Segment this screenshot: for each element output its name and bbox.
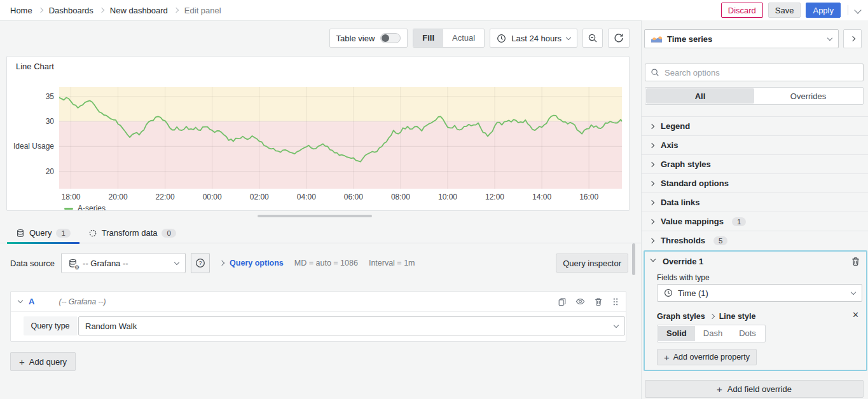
chevron-right-icon	[649, 219, 654, 224]
help-icon: ?	[195, 258, 205, 268]
line-style-solid[interactable]: Solid	[658, 326, 695, 341]
collapse-caret-icon[interactable]	[651, 257, 656, 262]
svg-text:20: 20	[46, 167, 55, 176]
options-tab-overrides[interactable]: Overrides	[754, 88, 862, 104]
chevron-right-icon	[649, 161, 654, 166]
section-label: Axis	[661, 140, 678, 150]
tab-query-label: Query	[29, 228, 52, 238]
delete-query-trash-icon[interactable]	[594, 297, 603, 306]
section-graph-styles[interactable]: Graph styles	[642, 154, 868, 173]
grafana-edit-panel: Home Dashboards New dashboard Edit panel…	[0, 0, 868, 399]
editor-tabs: Query 1 Transform data 0	[0, 223, 641, 243]
line-style-dots[interactable]: Dots	[731, 326, 764, 341]
query-row-header[interactable]: A (-- Grafana --)	[11, 292, 626, 312]
refresh-button[interactable]	[608, 29, 630, 48]
pane-resize-handle[interactable]	[258, 215, 372, 217]
table-view-control: Table view	[329, 29, 408, 48]
add-field-override-label: Add field override	[727, 384, 792, 394]
query-type-select[interactable]: Random Walk	[78, 316, 625, 335]
svg-text:08:00: 08:00	[391, 193, 410, 201]
time-range-picker[interactable]: Last 24 hours	[490, 29, 577, 48]
override-title: Override 1	[663, 257, 703, 266]
transform-icon	[88, 229, 97, 238]
query-editor-card: A (-- Grafana --) Query type Rand	[10, 291, 626, 342]
svg-text:04:00: 04:00	[297, 193, 316, 201]
time-series-chart[interactable]: 3530Ideal Usage2018:0020:0022:0000:0002:…	[7, 81, 624, 208]
section-axis[interactable]: Axis	[642, 135, 868, 154]
add-query-button[interactable]: + Add query	[10, 352, 76, 371]
section-label: Standard options	[661, 179, 729, 188]
chevron-right-icon	[219, 260, 224, 266]
search-icon	[651, 68, 659, 77]
query-options-link[interactable]: Query options	[230, 259, 284, 267]
chevron-right-icon	[649, 200, 654, 205]
add-override-property-button[interactable]: + Add override property	[657, 349, 757, 365]
save-button[interactable]: Save	[768, 3, 801, 18]
duplicate-query-icon[interactable]	[558, 297, 567, 306]
tab-query[interactable]: Query 1	[7, 223, 79, 243]
chevron-right-icon	[850, 36, 855, 41]
query-row-datasource: (-- Grafana --)	[59, 297, 106, 306]
remove-property-close-icon[interactable]: ✕	[852, 310, 859, 320]
breadcrumb-home[interactable]: Home	[10, 6, 32, 15]
options-search-input[interactable]	[665, 68, 858, 78]
vertical-scrollbar-thumb[interactable]	[632, 243, 635, 275]
query-inspector-button[interactable]: Query inspector	[556, 254, 628, 273]
chevron-down-icon	[851, 289, 856, 294]
chevron-down-icon	[174, 259, 179, 264]
options-search	[645, 64, 864, 81]
section-thresholds[interactable]: Thresholds5	[642, 231, 868, 250]
chevron-right-icon	[649, 180, 654, 186]
chart-legend[interactable]: A-series	[64, 204, 106, 211]
fields-with-type-label: Fields with type	[657, 273, 710, 282]
query-editor-body: Query type Random Walk	[11, 312, 626, 341]
svg-text:14:00: 14:00	[532, 193, 551, 201]
tab-transform-label: Transform data	[102, 228, 158, 238]
collapse-options-pane-button[interactable]	[843, 29, 862, 48]
plus-icon: +	[717, 384, 722, 394]
datasource-help-button[interactable]: ?	[191, 253, 210, 273]
drag-query-grip-icon[interactable]	[612, 297, 619, 306]
delete-override-trash-icon[interactable]	[851, 257, 860, 266]
datasource-label: Data source	[10, 259, 55, 268]
plus-icon: +	[19, 357, 25, 367]
section-data-links[interactable]: Data links	[642, 193, 868, 212]
more-options-caret-icon[interactable]	[854, 6, 861, 13]
value-mappings-count-badge: 1	[732, 217, 746, 226]
zoom-out-button[interactable]	[582, 29, 603, 48]
tab-transform-data[interactable]: Transform data 0	[79, 223, 185, 243]
breadcrumb-separator-icon	[174, 8, 179, 13]
interval-stat: Interval = 1m	[369, 259, 415, 267]
hide-query-eye-icon[interactable]	[575, 297, 585, 306]
discard-button[interactable]: Discard	[721, 3, 763, 18]
breadcrumb-edit-panel: Edit panel	[184, 6, 221, 15]
datasource-select[interactable]: ⚙ -- Grafana --	[61, 253, 186, 273]
thresholds-count-badge: 5	[713, 236, 727, 245]
actual-option[interactable]: Actual	[443, 29, 484, 47]
refresh-icon	[614, 33, 624, 43]
section-legend[interactable]: Legend	[642, 116, 868, 135]
apply-button[interactable]: Apply	[806, 3, 841, 18]
options-tab-all[interactable]: All	[646, 88, 754, 104]
section-label: Legend	[661, 121, 690, 131]
breadcrumb-dashboards[interactable]: Dashboards	[49, 6, 93, 15]
clock-icon	[664, 288, 673, 297]
table-view-toggle[interactable]	[380, 33, 401, 43]
table-view-label: Table view	[336, 34, 375, 43]
fill-option[interactable]: Fill	[413, 29, 443, 47]
override-field-select[interactable]: Time (1)	[657, 284, 862, 302]
chevron-right-icon	[649, 123, 654, 128]
line-style-dash[interactable]: Dash	[695, 326, 731, 341]
section-value-mappings[interactable]: Value mappings1	[642, 212, 868, 231]
add-field-override-button[interactable]: + Add field override	[645, 380, 864, 398]
options-sections: Legend Axis Graph styles Standard option…	[642, 116, 868, 250]
line-style-options: Solid Dash Dots	[657, 325, 766, 342]
breadcrumb-new-dashboard[interactable]: New dashboard	[110, 6, 168, 15]
collapse-caret-icon[interactable]	[18, 298, 23, 303]
svg-text:00:00: 00:00	[203, 193, 222, 201]
max-data-points-stat: MD = auto = 1086	[294, 259, 358, 267]
panel-type-select[interactable]: Time series	[644, 29, 839, 48]
section-standard-options[interactable]: Standard options	[642, 173, 868, 193]
clock-icon	[497, 34, 506, 43]
property-name: Line style	[719, 312, 756, 321]
